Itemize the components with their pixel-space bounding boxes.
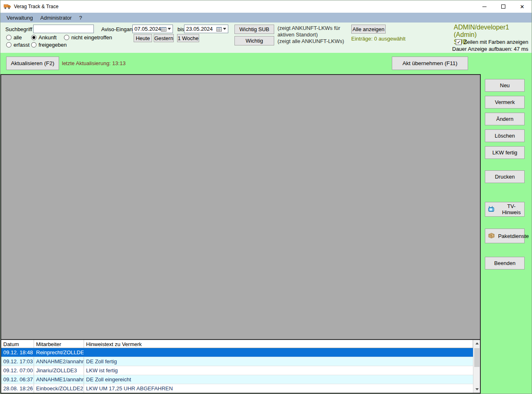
scrollbar-thumb[interactable] [474, 348, 480, 367]
table-header: Datum Mitarbeiter Hinweistext zu Vermerk [1, 340, 473, 348]
chevron-down-icon [168, 28, 171, 30]
close-icon: ✕ [520, 4, 525, 10]
close-button[interactable]: ✕ [513, 0, 532, 13]
drucken-button[interactable]: Drucken [485, 170, 525, 183]
search-input[interactable] [33, 25, 94, 33]
table-scrollbar[interactable] [473, 340, 480, 393]
menu-help[interactable]: ? [75, 15, 86, 21]
date-to-value: 23.05.2024 [186, 26, 213, 32]
action-bar: Aktualisieren (F2) letzte Aktualisierung… [0, 53, 532, 74]
refresh-button[interactable]: Aktualisieren (F2) [6, 57, 59, 70]
aendern-button[interactable]: Ändern [485, 113, 525, 125]
radio-label: nicht eingetroffen [71, 34, 112, 41]
radio-ankunft[interactable]: Ankunft [31, 34, 57, 41]
woche-button[interactable]: 1 Woche [177, 34, 199, 42]
radio-label: Ankunft [39, 34, 57, 41]
radio-circle [64, 35, 69, 40]
tv-hinweis-button[interactable]: TV-Hinweis [485, 202, 525, 217]
bis-label: bis [177, 26, 184, 32]
gestern-button[interactable]: Gestern [154, 34, 174, 42]
column-header-mitarbeiter[interactable]: Mitarbeiter [34, 340, 84, 348]
neu-button[interactable]: Neu [485, 79, 525, 92]
vermerk-table: Datum Mitarbeiter Hinweistext zu Vermerk… [1, 339, 480, 393]
cell-mitarbeiter: ANNAHME1/annahme1 [34, 375, 84, 384]
content-area: Datum Mitarbeiter Hinweistext zu Vermerk… [0, 74, 481, 394]
empty-list-area [1, 75, 480, 339]
checkbox-icon [456, 39, 462, 45]
date-from-value: 07.05.2024 [134, 26, 161, 32]
truck-icon [4, 4, 11, 9]
app-window: Verag Track & Trace ✕ Verwaltung Adminis… [0, 0, 532, 394]
cell-datum: 09.12. 18:48 [1, 348, 34, 357]
radio-label: alle [14, 34, 22, 41]
cell-hinweis: DE Zoll eingereicht [84, 375, 473, 384]
radio-circle [31, 42, 36, 48]
main-area: Datum Mitarbeiter Hinweistext zu Vermerk… [0, 74, 532, 394]
filter-panel: Suchbegriff alle Ankunft nicht eingetrof… [0, 23, 532, 53]
menubar: Verwaltung Administrator ? [0, 13, 532, 23]
loeschen-button[interactable]: Löschen [485, 129, 525, 142]
radio-freigegeben[interactable]: freigegeben [31, 42, 67, 48]
radio-nicht-eingetroffen[interactable]: nicht eingetroffen [64, 34, 112, 41]
lkw-fertig-button[interactable]: LKW fertig [485, 146, 525, 159]
minimize-button[interactable] [475, 0, 494, 13]
minimize-icon [482, 7, 487, 7]
package-icon [488, 233, 495, 240]
calendar-icon [216, 27, 222, 32]
table-row[interactable]: 09.12. 06:37 ANNAHME1/annahme1 DE Zoll e… [1, 375, 473, 384]
cell-hinweis: DE Zoll fertig [84, 357, 473, 366]
wichtig-sub-note: (zeigt ANKUNFT-LKWs für aktiven Standort… [277, 25, 351, 38]
cell-datum: 09.12. 17:03 [1, 357, 34, 366]
table-row[interactable]: 09.12. 18:48 Reinprecht/ZOLLDE1 [1, 348, 473, 357]
menu-administrator[interactable]: Administrator [36, 15, 75, 21]
menu-verwaltung[interactable]: Verwaltung [3, 15, 36, 21]
column-header-hinweistext[interactable]: Hinweistext zu Vermerk [84, 340, 473, 348]
duration-status: Dauer Anzeige aufbauen: 47 ms [452, 46, 528, 52]
cell-mitarbeiter: Reinprecht/ZOLLDE1 [34, 348, 84, 357]
radio-label: freigegeben [39, 42, 67, 48]
takeover-button[interactable]: Akt übernehmen (F11) [392, 57, 468, 70]
tv-hinweis-label: TV-Hinweis [498, 203, 524, 215]
maximize-icon [501, 5, 505, 9]
cell-hinweis: LKW UM 17,25 UHR ABGEFAHREN [84, 384, 473, 393]
tv-icon [488, 206, 495, 213]
table-row[interactable]: 09.12. 17:03 ANNAHME2/annahme2 DE Zoll f… [1, 357, 473, 366]
cell-datum: 09.12. 07:00 [1, 366, 34, 375]
scroll-up-icon[interactable] [473, 340, 480, 347]
radio-alle[interactable]: alle [6, 34, 22, 41]
wichtig-button[interactable]: Wichtig [234, 36, 274, 45]
last-refresh-status: letzte Aktualisierung: 13:13 [62, 53, 125, 74]
wichtig-sub-button[interactable]: Wichtig SUB [234, 25, 274, 34]
checkbox-label: Zeilen mit Farben anzeigen [464, 39, 528, 45]
maximize-button[interactable] [494, 0, 513, 13]
date-from-picker[interactable]: 07.05.2024 [132, 25, 173, 33]
paketdienste-button[interactable]: Paketdienste [485, 229, 525, 243]
cell-mitarbeiter: Einboeck/ZOLLDE2 [34, 384, 84, 393]
window-title: Verag Track & Trace [14, 4, 59, 9]
cell-hinweis [84, 348, 473, 357]
window-controls: ✕ [475, 0, 532, 13]
table-row[interactable]: 28.08. 18:26 Einboeck/ZOLLDE2 LKW UM 17,… [1, 384, 473, 393]
alle-anzeigen-button[interactable]: Alle anzeigen [351, 25, 386, 34]
color-rows-checkbox[interactable]: Zeilen mit Farben anzeigen [456, 39, 528, 45]
cell-hinweis: LKW ist fertig [84, 366, 473, 375]
radio-label: erfasst [14, 42, 30, 48]
cell-mitarbeiter: ANNAHME2/annahme2 [34, 357, 84, 366]
cell-mitarbeiter: Jinariu/ZOLLDE3 [34, 366, 84, 375]
heute-button[interactable]: Heute [134, 34, 152, 42]
radio-erfasst[interactable]: erfasst [6, 42, 30, 48]
table-row[interactable]: 09.12. 07:00 Jinariu/ZOLLDE3 LKW ist fer… [1, 366, 473, 375]
scroll-down-icon[interactable] [473, 386, 480, 393]
radio-circle [31, 35, 36, 40]
date-to-picker[interactable]: 23.05.2024 [184, 25, 228, 33]
radio-circle [6, 42, 11, 48]
cell-datum: 09.12. 06:37 [1, 375, 34, 384]
aviso-label: Aviso-Eingang [101, 26, 136, 32]
search-label: Suchbegriff [5, 26, 32, 32]
radio-circle [6, 35, 11, 40]
beenden-button[interactable]: Beenden [485, 257, 525, 269]
cell-datum: 28.08. 18:26 [1, 384, 34, 393]
vermerk-button[interactable]: Vermerk [485, 96, 525, 109]
column-header-datum[interactable]: Datum [1, 340, 34, 348]
user-line1: ADMIN/developer1 (Admin) [454, 24, 529, 38]
